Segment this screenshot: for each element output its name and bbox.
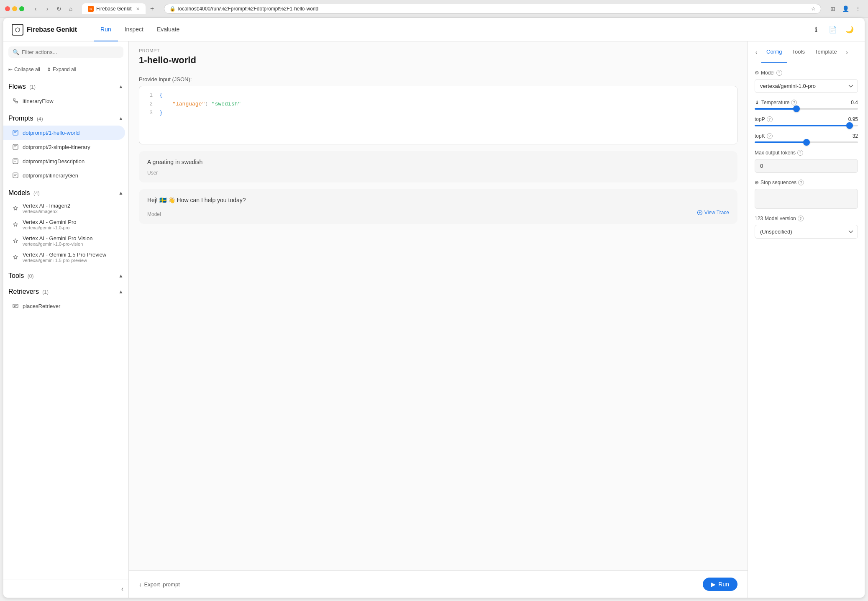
docs-button[interactable]: 📄	[826, 23, 840, 36]
model-name-3: Vertex AI - Gemini Pro Vision	[23, 235, 92, 241]
stop-sequences-icon: ⊕	[755, 180, 759, 185]
topp-help-icon[interactable]: ?	[767, 116, 773, 122]
star-icon[interactable]: ☆	[811, 6, 816, 12]
model-icon-1	[12, 205, 19, 212]
sidebar-item-placesretriever[interactable]: placesRetriever	[3, 299, 128, 313]
sidebar-item-gemini-pro[interactable]: Vertex AI - Gemini Pro vertexai/gemini-1…	[3, 216, 128, 233]
sidebar-controls: ⇤ Collapse all ⇕ Expand all	[3, 63, 128, 76]
tab-tools[interactable]: Tools	[787, 41, 810, 63]
flows-section-header[interactable]: Flows (1) ▲	[3, 80, 128, 94]
nav-run[interactable]: Run	[94, 18, 118, 41]
sidebar-item-imgdescription[interactable]: dotprompt/imgDescription	[3, 154, 128, 168]
new-tab-button[interactable]: +	[147, 4, 157, 14]
tab-bar: G Firebase Genkit ✕ +	[82, 3, 157, 14]
model-icon: ⚙	[755, 70, 759, 76]
code-content: 1 2 3 { "language": "swedish" }	[139, 86, 737, 122]
nav-evaluate[interactable]: Evaluate	[150, 18, 186, 41]
home-button[interactable]: ⌂	[66, 4, 75, 13]
code-editor[interactable]: 1 2 3 { "language": "swedish" }	[139, 86, 737, 144]
search-input[interactable]	[22, 49, 119, 55]
sidebar-item-gemini-15[interactable]: Vertex AI - Gemini 1.5 Pro Preview verte…	[3, 249, 128, 265]
theme-button[interactable]: 🌙	[843, 23, 856, 36]
menu-button[interactable]: ⋮	[853, 4, 863, 14]
tab-close-button[interactable]: ✕	[136, 6, 140, 12]
logo-icon: ⬡	[12, 24, 23, 36]
prompt-icon-1	[12, 129, 19, 136]
sidebar-item-itinerarygen[interactable]: dotprompt/itineraryGen	[3, 168, 128, 182]
sidebar-item-itineraryFlow[interactable]: itineraryFlow	[3, 94, 128, 108]
topk-help-icon[interactable]: ?	[767, 133, 773, 139]
max-tokens-help-icon[interactable]: ?	[797, 150, 803, 156]
flows-section: Flows (1) ▲ itineraryFlow	[3, 80, 128, 110]
right-panel-tabs: ‹ Config Tools Template ›	[748, 41, 865, 63]
model-version-select[interactable]: (Unspecified)gemini-1.0-pro-001gemini-1.…	[755, 225, 858, 239]
model-name-4: Vertex AI - Gemini 1.5 Pro Preview	[23, 252, 106, 258]
prompts-section-header[interactable]: Prompts (4) ▲	[3, 111, 128, 126]
max-tokens-input[interactable]	[755, 159, 858, 173]
minimize-light[interactable]	[12, 6, 17, 11]
back-button[interactable]: ‹	[31, 4, 40, 13]
browser-tab[interactable]: G Firebase Genkit ✕	[82, 3, 146, 14]
address-bar[interactable]	[178, 6, 809, 12]
topk-slider[interactable]	[755, 141, 858, 143]
tab-template[interactable]: Template	[810, 41, 842, 63]
panel-prev-button[interactable]: ‹	[751, 47, 761, 57]
retrievers-section-header[interactable]: Retrievers (1) ▲	[3, 285, 128, 299]
collapse-icon: ⇤	[8, 67, 13, 72]
tools-section-header[interactable]: Tools (0) ▲	[3, 269, 128, 283]
tab-config[interactable]: Config	[761, 41, 787, 63]
close-light[interactable]	[5, 6, 10, 11]
model-field-group: ⚙ Model ? vertexai/gemini-1.0-provertexa…	[755, 70, 858, 93]
export-icon: ↓	[139, 581, 142, 588]
model-icon-3	[12, 237, 19, 245]
extensions-button[interactable]: ⊞	[828, 4, 838, 14]
run-button[interactable]: ▶ Run	[703, 578, 737, 591]
models-section-header[interactable]: Models (4) ▲	[3, 186, 128, 200]
expand-all-button[interactable]: ⇕ Expand all	[47, 67, 76, 72]
collapse-sidebar-button[interactable]: ‹	[120, 583, 125, 594]
model-select[interactable]: vertexai/gemini-1.0-provertexai/gemini-1…	[755, 79, 858, 93]
content-label: Prompt	[139, 48, 737, 53]
maximize-light[interactable]	[19, 6, 24, 11]
prompt-item-label-4: dotprompt/itineraryGen	[23, 172, 78, 179]
model-message-text: Hej! 🇸🇪 👋 How can I help you today?	[147, 196, 729, 205]
sidebar-item-gemini-vision[interactable]: Vertex AI - Gemini Pro Vision vertexai/g…	[3, 233, 128, 249]
app-logo: ⬡ Firebase Genkit	[12, 24, 77, 36]
temperature-help-icon[interactable]: ?	[791, 100, 797, 105]
collapse-all-button[interactable]: ⇤ Collapse all	[8, 67, 40, 72]
flow-item-label: itineraryFlow	[23, 98, 54, 104]
sidebar-item-dotprompt1[interactable]: dotprompt/1-hello-world	[3, 126, 125, 140]
browser-chrome: ‹ › ↻ ⌂ G Firebase Genkit ✕ + 🔒 ☆ ⊞ 👤 ⋮	[0, 0, 868, 18]
run-label: Run	[718, 581, 729, 588]
model-message: Hej! 🇸🇪 👋 How can I help you today? Mode…	[139, 189, 737, 224]
main-content: Prompt 1-hello-world Provide input (JSON…	[129, 41, 748, 598]
sidebar-item-dotprompt2[interactable]: dotprompt/2-simple-itinerary	[3, 140, 128, 154]
search-icon: 🔍	[13, 49, 19, 55]
refresh-button[interactable]: ↻	[54, 4, 64, 13]
profile-button[interactable]: 👤	[840, 4, 850, 14]
forward-button[interactable]: ›	[43, 4, 52, 13]
input-section: Provide input (JSON): 1 2 3 { "language"…	[139, 76, 737, 144]
stop-sequences-help-icon[interactable]: ?	[798, 180, 804, 185]
nav-inspect[interactable]: Inspect	[118, 18, 150, 41]
topp-slider[interactable]	[755, 125, 858, 126]
prompts-section: Prompts (4) ▲ dotprompt/1-hello-world	[3, 111, 128, 184]
stop-sequences-label: ⊕ Stop sequences ?	[755, 180, 858, 185]
user-message-role: User	[147, 170, 729, 176]
sidebar-item-imagen2[interactable]: Vertex AI - Imagen2 vertexai/imagen2	[3, 200, 128, 216]
model-help-icon[interactable]: ?	[776, 70, 782, 76]
prompt-icon-3	[12, 157, 19, 165]
header-actions: ℹ 📄 🌙	[809, 23, 856, 36]
topk-value: 32	[853, 133, 858, 139]
model-icon-4	[12, 254, 19, 261]
export-button[interactable]: ↓ Export .prompt	[139, 581, 180, 588]
temperature-slider[interactable]	[755, 108, 858, 110]
model-version-help-icon[interactable]: ?	[798, 216, 804, 221]
view-trace-button[interactable]: View Trace	[697, 210, 729, 216]
info-button[interactable]: ℹ	[809, 23, 823, 36]
stop-sequences-input[interactable]	[755, 189, 858, 209]
export-label: Export .prompt	[144, 581, 180, 588]
panel-next-button[interactable]: ›	[842, 47, 852, 57]
app-window: ⬡ Firebase Genkit Run Inspect Evaluate ℹ…	[3, 18, 865, 598]
retrievers-section: Retrievers (1) ▲ placesRetriever	[3, 285, 128, 315]
